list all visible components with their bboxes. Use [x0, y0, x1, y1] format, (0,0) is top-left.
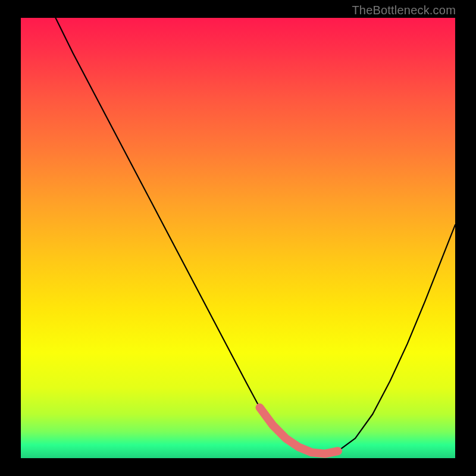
optimal-range-marker — [21, 18, 455, 458]
chart-frame: TheBottleneck.com — [0, 0, 476, 476]
watermark-text: TheBottleneck.com — [352, 4, 456, 17]
plot-area — [21, 18, 455, 458]
